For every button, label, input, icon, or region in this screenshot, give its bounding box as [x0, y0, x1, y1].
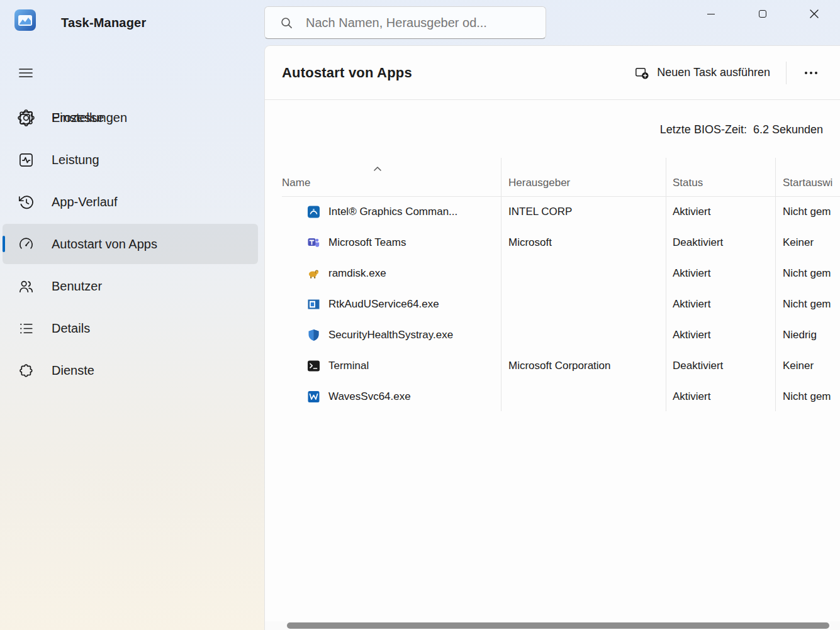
table-row[interactable]: Microsoft Teams Microsoft Deaktiviert Ke…: [265, 227, 840, 258]
terminal-icon: [307, 359, 320, 372]
page-header: Autostart von Apps Neuen Task ausführen: [265, 46, 840, 100]
page-title: Autostart von Apps: [282, 65, 412, 81]
table-row[interactable]: RtkAudUService64.exe Aktiviert Nicht gem: [265, 289, 840, 319]
table-body: Intel® Graphics Comman... INTEL CORP Akt…: [265, 196, 840, 412]
minimize-button[interactable]: [685, 0, 737, 28]
sidebar-item-einstellungen[interactable]: Einstellungen: [3, 97, 258, 138]
column-header-publisher[interactable]: Herausgeber: [508, 177, 570, 189]
bios-time-label: Letzte BIOS-Zeit:: [660, 123, 747, 136]
task-manager-window: Task-Manager Prozesse: [0, 0, 840, 630]
table-row[interactable]: SecurityHealthSystray.exe Aktiviert Nied…: [265, 319, 840, 350]
app-startup-impact: Nicht gem: [783, 289, 831, 319]
waves-audio-icon: [307, 390, 320, 403]
search-icon: [280, 16, 293, 30]
ramdisk-icon: [307, 267, 320, 280]
close-button[interactable]: [788, 0, 840, 28]
app-startup-impact: Keiner: [783, 350, 814, 381]
close-icon: [810, 9, 819, 18]
maximize-icon: [759, 10, 766, 18]
sidebar-footer: Einstellungen: [0, 96, 264, 624]
app-publisher: Microsoft Corporation: [508, 350, 611, 381]
app-name: SecurityHealthSystray.exe: [328, 319, 453, 350]
security-shield-icon: [307, 328, 320, 341]
app-startup-impact: Keiner: [783, 227, 814, 258]
horizontal-scrollbar[interactable]: [265, 621, 840, 630]
app-status: Aktiviert: [673, 196, 710, 227]
table-row[interactable]: ramdisk.exe Aktiviert Nicht gem: [265, 258, 840, 289]
microsoft-teams-icon: [307, 236, 320, 249]
table-header: Name Herausgeber Status Startauswi: [265, 158, 840, 196]
app-publisher: INTEL CORP: [508, 196, 572, 227]
app-startup-impact: Niedrig: [783, 319, 817, 350]
app-name: Terminal: [328, 350, 369, 381]
app-publisher: Microsoft: [508, 227, 552, 258]
app-startup-impact: Nicht gem: [783, 258, 831, 289]
app-title: Task-Manager: [61, 16, 146, 30]
task-manager-logo-icon: [14, 9, 36, 31]
header-divider: [786, 62, 787, 84]
app-status: Aktiviert: [673, 319, 710, 350]
column-header-status[interactable]: Status: [673, 177, 703, 189]
settings-gear-icon: [17, 109, 35, 126]
scrollbar-thumb[interactable]: [287, 622, 829, 629]
minimize-icon: [707, 14, 715, 14]
bios-time: Letzte BIOS-Zeit: 6.2 Sekunden: [660, 123, 823, 136]
run-new-task-label: Neuen Task ausführen: [657, 66, 770, 79]
search-box[interactable]: [264, 6, 546, 39]
column-header-startup-impact[interactable]: Startauswi: [783, 177, 832, 189]
column-header-name[interactable]: Name: [282, 177, 310, 189]
hamburger-menu-button[interactable]: [15, 62, 36, 84]
realtek-audio-icon: [307, 297, 320, 311]
startup-apps-panel: Letzte BIOS-Zeit: 6.2 Sekunden Name Hera…: [265, 101, 840, 630]
app-status: Aktiviert: [673, 258, 710, 289]
more-options-button[interactable]: [795, 60, 827, 86]
intel-graphics-icon: [307, 205, 320, 218]
sidebar: Task-Manager Prozesse: [0, 0, 264, 630]
app-name: RtkAudUService64.exe: [328, 289, 439, 319]
app-status: Deaktiviert: [673, 227, 723, 258]
new-task-icon: [634, 65, 649, 80]
app-startup-impact: Nicht gem: [783, 381, 831, 412]
sort-ascending-icon[interactable]: [373, 163, 382, 169]
ellipsis-icon: [803, 65, 819, 81]
run-new-task-button[interactable]: Neuen Task ausführen: [627, 60, 778, 86]
app-name: ramdisk.exe: [328, 258, 386, 289]
table-row[interactable]: Terminal Microsoft Corporation Deaktivie…: [265, 350, 840, 381]
sidebar-item-label: Einstellungen: [52, 111, 127, 125]
maximize-button[interactable]: [737, 0, 788, 28]
search-input[interactable]: [306, 16, 532, 30]
main-content: Autostart von Apps Neuen Task ausführen …: [264, 45, 840, 630]
app-startup-impact: Nicht gem: [783, 196, 831, 227]
app-status: Aktiviert: [673, 381, 710, 412]
app-name: Intel® Graphics Comman...: [328, 196, 457, 227]
app-status: Deaktiviert: [673, 350, 723, 381]
bios-time-value: 6.2 Sekunden: [753, 123, 823, 136]
table-row[interactable]: WavesSvc64.exe Aktiviert Nicht gem: [265, 381, 840, 412]
table-row[interactable]: Intel® Graphics Comman... INTEL CORP Akt…: [265, 196, 840, 227]
app-name: WavesSvc64.exe: [328, 381, 411, 412]
window-controls: [685, 0, 840, 28]
app-status: Aktiviert: [673, 289, 710, 319]
app-name: Microsoft Teams: [328, 227, 406, 258]
